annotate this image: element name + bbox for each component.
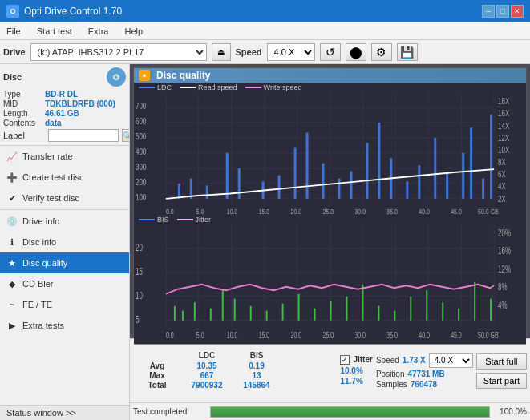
- svg-rect-65: [462, 153, 464, 199]
- svg-rect-118: [362, 285, 363, 321]
- svg-text:500: 500: [136, 133, 146, 142]
- minimize-button[interactable]: ─: [482, 5, 495, 18]
- drive-bar: Drive (k:) ATAPI iHBS312 2 PL17 ⏏ Speed …: [0, 40, 530, 64]
- disc-panel-header: Disc 💿: [3, 67, 126, 87]
- jitter-max-row: 11.7%: [340, 377, 372, 386]
- svg-rect-109: [222, 291, 224, 321]
- svg-text:5.0: 5.0: [196, 331, 204, 341]
- extra-tests-icon: ▶: [6, 320, 18, 331]
- sidebar-item-cd-bler[interactable]: ◆ CD Bler: [0, 273, 129, 294]
- speed-select[interactable]: 4.0 X: [267, 43, 315, 61]
- svg-text:4X: 4X: [498, 183, 506, 192]
- sidebar-item-verify-test-disc[interactable]: ✔ Verify test disc: [0, 188, 129, 208]
- svg-rect-124: [458, 309, 459, 321]
- sidebar-item-disc-quality[interactable]: ★ Disc quality: [0, 252, 129, 273]
- sidebar-item-fe-te[interactable]: ~ FE / TE: [0, 294, 129, 315]
- svg-rect-122: [426, 291, 427, 321]
- jitter-checkbox[interactable]: ✓: [340, 355, 350, 365]
- svg-rect-56: [338, 179, 340, 199]
- svg-rect-52: [278, 176, 281, 199]
- status-window-label: Status window >>: [6, 408, 76, 418]
- disc-panel: Disc 💿 Type BD-R DL MID TDKBLDRFB (000) …: [0, 64, 129, 146]
- disc-contents-value: data: [45, 119, 62, 127]
- bis-color: [139, 219, 155, 220]
- svg-text:35.0: 35.0: [386, 331, 398, 341]
- sidebar-item-drive-info[interactable]: 💿 Drive info: [0, 211, 129, 232]
- transfer-rate-icon: 📈: [6, 151, 18, 162]
- stats-avg-bis: 0.19: [233, 361, 281, 370]
- content-area: ● Disc quality LDC Read speed: [130, 64, 530, 420]
- disc-label-input[interactable]: [48, 129, 119, 142]
- speed-dropdown[interactable]: 4.0 X: [429, 353, 473, 368]
- jitter-header-row: ✓ Jitter: [340, 355, 372, 365]
- stats-avg-label: Avg: [133, 361, 181, 370]
- stats-header-bis: BIS: [233, 351, 281, 360]
- svg-text:12%: 12%: [498, 265, 511, 275]
- save-button[interactable]: 💾: [397, 43, 418, 61]
- svg-text:16%: 16%: [498, 246, 511, 256]
- disc-contents-row: Contents data: [3, 119, 126, 127]
- svg-rect-114: [298, 294, 300, 321]
- legend-bis-label: BIS: [157, 216, 169, 224]
- sidebar-item-transfer-rate[interactable]: 📈 Transfer rate: [0, 146, 129, 167]
- sidebar-item-verify-test-disc-label: Verify test disc: [22, 193, 79, 203]
- stats-total-label: Total: [133, 381, 181, 390]
- svg-rect-117: [346, 297, 347, 321]
- samples-value: 760478: [411, 380, 437, 389]
- lower-chart: BIS Jitter: [134, 215, 526, 336]
- sidebar-item-cd-bler-label: CD Bler: [22, 279, 54, 289]
- menu-bar: File Start test Extra Help: [0, 22, 530, 40]
- upper-chart-svg: 700 600 500 400 300 200 100 18X 16X 14X …: [134, 92, 526, 224]
- app-icon: O: [6, 5, 19, 18]
- start-part-button[interactable]: Start part: [476, 373, 527, 389]
- cd-bler-icon: ◆: [6, 278, 18, 289]
- eject-button[interactable]: ⏏: [212, 43, 231, 61]
- title-bar-left: O Opti Drive Control 1.70: [6, 5, 122, 18]
- legend-ldc-label: LDC: [157, 83, 172, 91]
- sidebar-item-disc-info[interactable]: ℹ Disc info: [0, 232, 129, 252]
- legend-jitter: Jitter: [177, 216, 212, 224]
- disc-label-label: Label: [3, 131, 45, 140]
- svg-text:0.0: 0.0: [166, 331, 174, 341]
- menu-file[interactable]: File: [3, 26, 24, 37]
- disc-type-value: BD-R DL: [45, 90, 78, 99]
- record-button[interactable]: ⬤: [346, 43, 366, 61]
- drive-select[interactable]: (k:) ATAPI iHBS312 2 PL17: [30, 43, 207, 61]
- start-full-button[interactable]: Start full: [476, 353, 527, 370]
- close-button[interactable]: ✕: [511, 5, 524, 18]
- jitter-avg-value: 10.0%: [340, 366, 362, 375]
- speed-label: Speed: [236, 47, 262, 57]
- svg-rect-49: [226, 153, 229, 199]
- stats-total-bis: 145864: [233, 381, 281, 390]
- svg-text:25.0: 25.0: [323, 331, 334, 341]
- svg-rect-126: [490, 299, 492, 321]
- refresh-button[interactable]: ↺: [320, 43, 341, 61]
- status-window-bar[interactable]: Status window >>: [0, 405, 129, 420]
- jitter-avg-row: 10.0%: [340, 366, 372, 375]
- status-text: Test completed: [133, 407, 205, 416]
- maximize-button[interactable]: □: [496, 5, 509, 18]
- sidebar-item-create-test-disc[interactable]: ➕ Create test disc: [0, 167, 129, 188]
- svg-text:18X: 18X: [498, 97, 509, 106]
- jitter-max-value: 11.7%: [340, 377, 362, 386]
- legend-write-speed-label: Write speed: [264, 83, 302, 91]
- sidebar-item-drive-info-label: Drive info: [22, 216, 59, 226]
- svg-text:2X: 2X: [498, 195, 506, 204]
- settings-button[interactable]: ⚙: [371, 43, 392, 61]
- svg-text:20: 20: [136, 243, 143, 253]
- disc-label-btn[interactable]: 🔍: [122, 129, 130, 142]
- nav-divider-1: [0, 209, 129, 210]
- svg-rect-116: [330, 301, 332, 321]
- position-label: Position: [376, 370, 405, 378]
- sidebar-item-extra-tests[interactable]: ▶ Extra tests: [0, 315, 129, 336]
- menu-extra[interactable]: Extra: [85, 26, 112, 37]
- svg-text:8X: 8X: [498, 158, 506, 167]
- svg-text:300: 300: [136, 164, 146, 172]
- speed-row-1: Speed 1.73 X 4.0 X: [376, 353, 473, 368]
- legend-read-speed: Read speed: [180, 83, 237, 91]
- sidebar-item-disc-info-label: Disc info: [22, 237, 56, 247]
- sidebar-item-create-test-disc-label: Create test disc: [22, 172, 83, 182]
- menu-start-test[interactable]: Start test: [34, 26, 75, 37]
- menu-help[interactable]: Help: [121, 26, 146, 37]
- svg-rect-107: [194, 303, 196, 321]
